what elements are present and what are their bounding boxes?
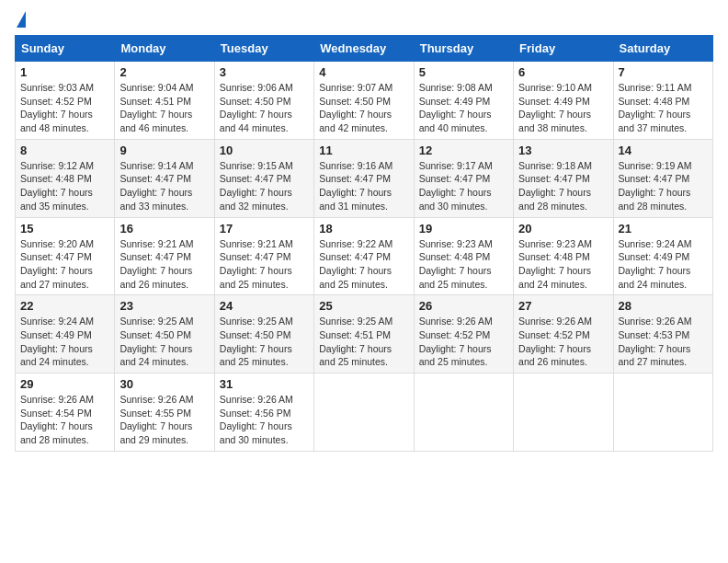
calendar-header-row: SundayMondayTuesdayWednesdayThursdayFrid… xyxy=(16,36,713,62)
calendar-cell: 2 Sunrise: 9:04 AM Sunset: 4:51 PM Dayli… xyxy=(115,62,214,140)
day-number: 25 xyxy=(319,299,408,313)
calendar-week-row: 29 Sunrise: 9:26 AM Sunset: 4:54 PM Dayl… xyxy=(16,373,713,452)
day-info: Sunrise: 9:26 AM Sunset: 4:54 PM Dayligh… xyxy=(20,393,109,447)
day-number: 13 xyxy=(518,144,608,157)
day-info: Sunrise: 9:21 AM Sunset: 4:47 PM Dayligh… xyxy=(220,237,309,292)
day-number: 29 xyxy=(20,377,109,391)
logo xyxy=(15,15,26,28)
day-number: 19 xyxy=(419,222,508,236)
day-number: 18 xyxy=(319,222,408,236)
day-number: 16 xyxy=(119,222,209,236)
day-info: Sunrise: 9:19 AM Sunset: 4:47 PM Dayligh… xyxy=(619,159,708,213)
day-number: 27 xyxy=(518,299,608,313)
calendar-cell xyxy=(314,373,414,452)
day-number: 26 xyxy=(419,299,508,313)
day-info: Sunrise: 9:04 AM Sunset: 4:51 PM Dayligh… xyxy=(119,81,209,135)
calendar-cell: 16 Sunrise: 9:21 AM Sunset: 4:47 PM Dayl… xyxy=(115,217,214,295)
calendar-cell: 12 Sunrise: 9:17 AM Sunset: 4:47 PM Dayl… xyxy=(414,139,513,217)
calendar-cell: 9 Sunrise: 9:14 AM Sunset: 4:47 PM Dayli… xyxy=(115,139,214,217)
calendar-cell: 11 Sunrise: 9:16 AM Sunset: 4:47 PM Dayl… xyxy=(314,139,414,217)
day-info: Sunrise: 9:24 AM Sunset: 4:49 PM Dayligh… xyxy=(20,315,109,369)
day-number: 4 xyxy=(319,65,408,79)
day-number: 5 xyxy=(419,65,508,79)
calendar-header-wednesday: Wednesday xyxy=(314,36,414,62)
calendar-week-row: 15 Sunrise: 9:20 AM Sunset: 4:47 PM Dayl… xyxy=(16,217,713,295)
day-number: 6 xyxy=(518,65,608,79)
day-info: Sunrise: 9:25 AM Sunset: 4:50 PM Dayligh… xyxy=(220,315,309,369)
calendar-cell: 22 Sunrise: 9:24 AM Sunset: 4:49 PM Dayl… xyxy=(16,295,115,373)
day-number: 2 xyxy=(119,65,209,79)
day-number: 8 xyxy=(20,144,109,157)
calendar-cell: 15 Sunrise: 9:20 AM Sunset: 4:47 PM Dayl… xyxy=(16,217,115,295)
calendar-cell: 21 Sunrise: 9:24 AM Sunset: 4:49 PM Dayl… xyxy=(613,217,712,295)
calendar-cell xyxy=(414,373,513,452)
calendar-header-thursday: Thursday xyxy=(414,36,513,62)
calendar-cell: 31 Sunrise: 9:26 AM Sunset: 4:56 PM Dayl… xyxy=(214,373,313,452)
day-number: 28 xyxy=(619,299,708,313)
day-number: 31 xyxy=(220,377,309,391)
day-info: Sunrise: 9:23 AM Sunset: 4:48 PM Dayligh… xyxy=(419,237,508,292)
calendar-cell: 20 Sunrise: 9:23 AM Sunset: 4:48 PM Dayl… xyxy=(514,217,613,295)
calendar-cell: 23 Sunrise: 9:25 AM Sunset: 4:50 PM Dayl… xyxy=(115,295,214,373)
day-info: Sunrise: 9:18 AM Sunset: 4:47 PM Dayligh… xyxy=(518,159,608,213)
day-number: 10 xyxy=(220,144,309,157)
day-info: Sunrise: 9:11 AM Sunset: 4:48 PM Dayligh… xyxy=(619,81,708,135)
logo-icon xyxy=(17,11,26,28)
calendar-week-row: 1 Sunrise: 9:03 AM Sunset: 4:52 PM Dayli… xyxy=(16,62,713,140)
day-number: 30 xyxy=(119,377,209,391)
calendar-cell: 1 Sunrise: 9:03 AM Sunset: 4:52 PM Dayli… xyxy=(16,62,115,140)
calendar-cell: 6 Sunrise: 9:10 AM Sunset: 4:49 PM Dayli… xyxy=(514,62,613,140)
day-number: 24 xyxy=(220,299,309,313)
calendar-cell: 28 Sunrise: 9:26 AM Sunset: 4:53 PM Dayl… xyxy=(613,295,712,373)
day-info: Sunrise: 9:08 AM Sunset: 4:49 PM Dayligh… xyxy=(419,81,508,135)
day-number: 12 xyxy=(419,144,508,157)
calendar-cell: 14 Sunrise: 9:19 AM Sunset: 4:47 PM Dayl… xyxy=(613,139,712,217)
calendar-table: SundayMondayTuesdayWednesdayThursdayFrid… xyxy=(15,35,713,452)
calendar-header-tuesday: Tuesday xyxy=(214,36,313,62)
calendar-cell: 19 Sunrise: 9:23 AM Sunset: 4:48 PM Dayl… xyxy=(414,217,513,295)
calendar-cell: 3 Sunrise: 9:06 AM Sunset: 4:50 PM Dayli… xyxy=(214,62,313,140)
day-info: Sunrise: 9:03 AM Sunset: 4:52 PM Dayligh… xyxy=(20,81,109,135)
day-info: Sunrise: 9:26 AM Sunset: 4:56 PM Dayligh… xyxy=(220,393,309,447)
calendar-cell: 29 Sunrise: 9:26 AM Sunset: 4:54 PM Dayl… xyxy=(16,373,115,452)
day-info: Sunrise: 9:21 AM Sunset: 4:47 PM Dayligh… xyxy=(119,237,209,292)
calendar-cell: 4 Sunrise: 9:07 AM Sunset: 4:50 PM Dayli… xyxy=(314,62,414,140)
day-info: Sunrise: 9:26 AM Sunset: 4:55 PM Dayligh… xyxy=(119,393,209,447)
calendar-header-saturday: Saturday xyxy=(613,36,712,62)
day-info: Sunrise: 9:23 AM Sunset: 4:48 PM Dayligh… xyxy=(518,237,608,292)
day-info: Sunrise: 9:26 AM Sunset: 4:53 PM Dayligh… xyxy=(619,315,708,369)
day-info: Sunrise: 9:20 AM Sunset: 4:47 PM Dayligh… xyxy=(20,237,109,292)
day-info: Sunrise: 9:10 AM Sunset: 4:49 PM Dayligh… xyxy=(518,81,608,135)
calendar-cell: 13 Sunrise: 9:18 AM Sunset: 4:47 PM Dayl… xyxy=(514,139,613,217)
calendar-cell: 18 Sunrise: 9:22 AM Sunset: 4:47 PM Dayl… xyxy=(314,217,414,295)
day-info: Sunrise: 9:17 AM Sunset: 4:47 PM Dayligh… xyxy=(419,159,508,213)
day-info: Sunrise: 9:25 AM Sunset: 4:50 PM Dayligh… xyxy=(119,315,209,369)
calendar-cell: 25 Sunrise: 9:25 AM Sunset: 4:51 PM Dayl… xyxy=(314,295,414,373)
calendar-header-friday: Friday xyxy=(514,36,613,62)
day-info: Sunrise: 9:12 AM Sunset: 4:48 PM Dayligh… xyxy=(20,159,109,213)
day-number: 21 xyxy=(619,222,708,236)
calendar-header-sunday: Sunday xyxy=(16,36,115,62)
calendar-cell: 24 Sunrise: 9:25 AM Sunset: 4:50 PM Dayl… xyxy=(214,295,313,373)
calendar-cell: 30 Sunrise: 9:26 AM Sunset: 4:55 PM Dayl… xyxy=(115,373,214,452)
calendar-cell xyxy=(613,373,712,452)
calendar-cell: 7 Sunrise: 9:11 AM Sunset: 4:48 PM Dayli… xyxy=(613,62,712,140)
calendar-cell: 26 Sunrise: 9:26 AM Sunset: 4:52 PM Dayl… xyxy=(414,295,513,373)
day-number: 11 xyxy=(319,144,408,157)
calendar-cell: 8 Sunrise: 9:12 AM Sunset: 4:48 PM Dayli… xyxy=(16,139,115,217)
day-info: Sunrise: 9:06 AM Sunset: 4:50 PM Dayligh… xyxy=(220,81,309,135)
day-info: Sunrise: 9:26 AM Sunset: 4:52 PM Dayligh… xyxy=(419,315,508,369)
day-number: 22 xyxy=(20,299,109,313)
calendar-header-monday: Monday xyxy=(115,36,214,62)
day-info: Sunrise: 9:24 AM Sunset: 4:49 PM Dayligh… xyxy=(619,237,708,292)
day-number: 7 xyxy=(619,65,708,79)
day-info: Sunrise: 9:25 AM Sunset: 4:51 PM Dayligh… xyxy=(319,315,408,369)
day-info: Sunrise: 9:16 AM Sunset: 4:47 PM Dayligh… xyxy=(319,159,408,213)
calendar-cell: 17 Sunrise: 9:21 AM Sunset: 4:47 PM Dayl… xyxy=(214,217,313,295)
day-number: 14 xyxy=(619,144,708,157)
calendar-week-row: 8 Sunrise: 9:12 AM Sunset: 4:48 PM Dayli… xyxy=(16,139,713,217)
day-number: 17 xyxy=(220,222,309,236)
calendar-cell: 27 Sunrise: 9:26 AM Sunset: 4:52 PM Dayl… xyxy=(514,295,613,373)
day-number: 3 xyxy=(220,65,309,79)
page-header xyxy=(15,15,713,28)
